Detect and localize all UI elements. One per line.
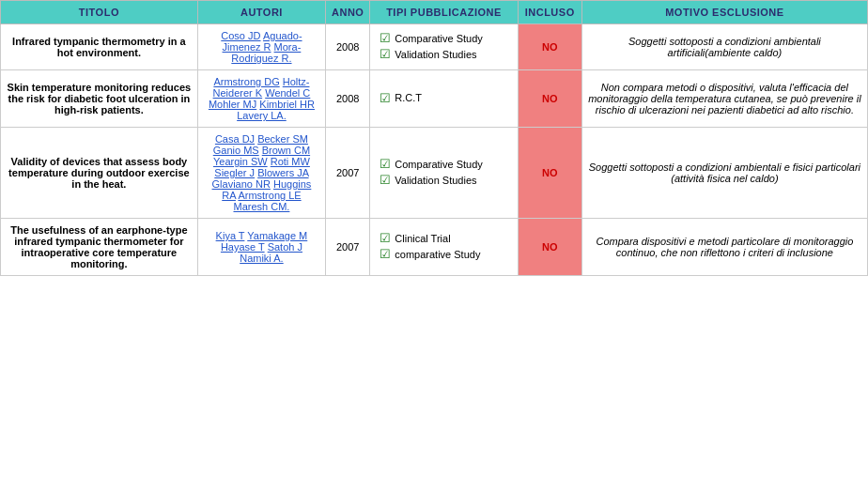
publication-type-label: Validation Studies xyxy=(395,175,476,186)
author-name[interactable]: Wendel C xyxy=(265,87,310,99)
header-incluso: INCLUSO xyxy=(518,1,581,24)
author-name[interactable]: Becker SM xyxy=(257,133,308,145)
author-name[interactable]: Satoh J xyxy=(268,241,302,253)
checkbox-checked-icon: ☑ xyxy=(380,47,391,61)
publication-type-item: ☑R.C.T xyxy=(380,91,511,105)
header-motivo: MOTIVO ESCLUSIONE xyxy=(581,1,867,24)
author-name[interactable]: Namiki A. xyxy=(240,253,283,264)
checkbox-checked-icon: ☑ xyxy=(380,31,391,45)
publication-type-label: Comparative Study xyxy=(395,33,483,44)
author-name[interactable]: Hayase T xyxy=(221,241,265,253)
author-name[interactable]: Kiya T xyxy=(216,230,245,241)
cell-tipo: ☑Clinical Trial☑comparative Study xyxy=(370,219,518,276)
author-name[interactable]: Armstrong DG xyxy=(213,76,279,87)
publication-type-label: Clinical Trial xyxy=(395,233,450,244)
incluso-value: NO xyxy=(542,167,558,178)
author-name[interactable]: Ganio MS xyxy=(213,145,259,156)
cell-titolo: Skin temperature monitoring reduces the … xyxy=(1,70,198,128)
author-name[interactable]: Casa DJ xyxy=(215,133,255,145)
author-name[interactable]: Yeargin SW xyxy=(213,156,268,167)
incluso-value: NO xyxy=(542,241,558,253)
cell-incluso: NO xyxy=(518,70,581,128)
author-name[interactable]: Brown CM xyxy=(262,145,310,156)
cell-incluso: NO xyxy=(518,24,581,70)
cell-anno: 2008 xyxy=(326,24,370,70)
author-name[interactable]: Siegler J xyxy=(214,167,255,178)
cell-motivo: Non compara metodi o dispositivi, valuta… xyxy=(581,70,867,128)
cell-anno: 2007 xyxy=(326,219,370,276)
cell-tipo: ☑Comparative Study☑Validation Studies xyxy=(370,24,518,70)
header-tipi: TIPI PUBBLICAZIONE xyxy=(370,1,518,24)
publication-type-label: Validation Studies xyxy=(395,49,476,60)
publication-type-item: ☑Validation Studies xyxy=(380,47,511,61)
publication-type-item: ☑Comparative Study xyxy=(380,31,511,45)
publication-type-item: ☑Clinical Trial xyxy=(380,231,511,245)
checkbox-checked-icon: ☑ xyxy=(380,247,391,261)
author-name[interactable]: Kimbriel HR xyxy=(259,99,315,110)
cell-titolo: Validity of devices that assess body tem… xyxy=(1,128,198,219)
incluso-value: NO xyxy=(542,93,558,104)
author-name[interactable]: Armstrong LE xyxy=(238,190,301,201)
cell-titolo: Infrared tympanic thermometry in a hot e… xyxy=(1,24,198,70)
checkbox-checked-icon: ☑ xyxy=(380,157,391,171)
author-name[interactable]: Maresh CM. xyxy=(233,201,289,212)
cell-motivo: Compara dispositivi e metodi particolare… xyxy=(581,219,867,276)
cell-autori: Kiya T Yamakage M Hayase T Satoh J Namik… xyxy=(197,219,325,276)
author-name[interactable]: Glaviano NR xyxy=(212,178,271,190)
publication-type-item: ☑Validation Studies xyxy=(380,173,511,187)
cell-anno: 2008 xyxy=(326,70,370,128)
publication-type-item: ☑comparative Study xyxy=(380,247,511,261)
cell-motivo: Soggetti sottoposti a condizioni ambient… xyxy=(581,128,867,219)
header-autori: AUTORI xyxy=(197,1,325,24)
cell-incluso: NO xyxy=(518,219,581,276)
publication-type-label: R.C.T xyxy=(395,92,422,103)
author-name[interactable]: Coso JD xyxy=(221,30,260,41)
author-name[interactable]: Lavery LA. xyxy=(237,110,287,121)
cell-autori: Armstrong DG Holtz-Neiderer K Wendel C M… xyxy=(197,70,325,128)
cell-anno: 2007 xyxy=(326,128,370,219)
cell-tipo: ☑Comparative Study☑Validation Studies xyxy=(370,128,518,219)
author-name[interactable]: Yamakage M xyxy=(247,230,307,241)
cell-tipo: ☑R.C.T xyxy=(370,70,518,128)
header-anno: ANNO xyxy=(326,1,370,24)
cell-autori: Coso JD Aguado-Jimenez R Mora-Rodriguez … xyxy=(197,24,325,70)
cell-incluso: NO xyxy=(518,128,581,219)
cell-motivo: Soggetti sottoposti a condizioni ambient… xyxy=(581,24,867,70)
author-name[interactable]: Roti MW xyxy=(271,156,310,167)
author-name[interactable]: Mohler MJ xyxy=(209,99,256,110)
publication-type-label: comparative Study xyxy=(395,249,480,260)
publication-type-label: Comparative Study xyxy=(395,159,483,170)
checkbox-checked-icon: ☑ xyxy=(380,91,391,105)
incluso-value: NO xyxy=(542,41,558,53)
header-titolo: TITOLO xyxy=(1,1,198,24)
cell-titolo: The usefulness of an earphone-type infra… xyxy=(1,219,198,276)
checkbox-checked-icon: ☑ xyxy=(380,173,391,187)
checkbox-checked-icon: ☑ xyxy=(380,231,391,245)
author-name[interactable]: Blowers JA xyxy=(257,167,308,178)
publication-type-item: ☑Comparative Study xyxy=(380,157,511,171)
cell-autori: Casa DJ Becker SM Ganio MS Brown CM Year… xyxy=(197,128,325,219)
